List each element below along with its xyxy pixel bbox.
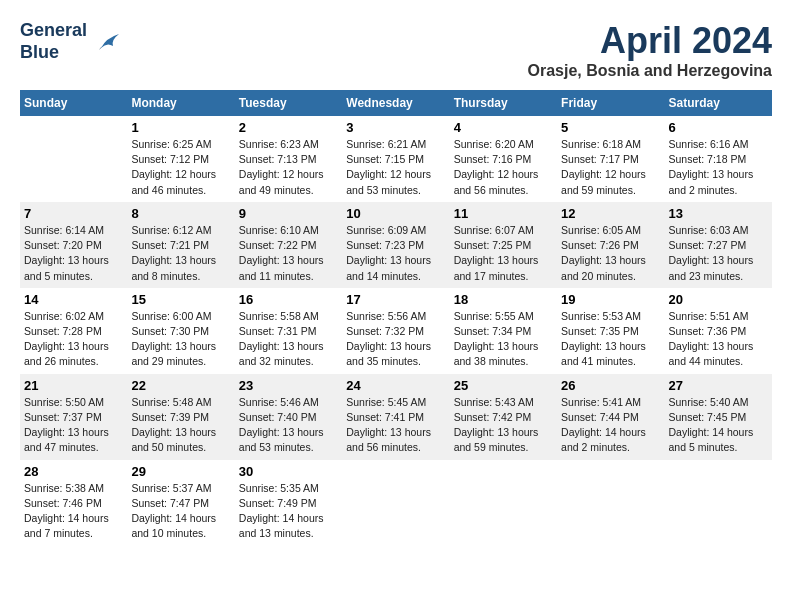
calendar-cell: 15Sunrise: 6:00 AMSunset: 7:30 PMDayligh… bbox=[127, 288, 234, 374]
calendar-cell bbox=[450, 460, 557, 546]
day-number: 21 bbox=[24, 378, 123, 393]
header-tuesday: Tuesday bbox=[235, 90, 342, 116]
day-number: 20 bbox=[669, 292, 768, 307]
day-info: Sunrise: 5:43 AMSunset: 7:42 PMDaylight:… bbox=[454, 395, 553, 456]
day-info: Sunrise: 5:45 AMSunset: 7:41 PMDaylight:… bbox=[346, 395, 445, 456]
day-info: Sunrise: 6:20 AMSunset: 7:16 PMDaylight:… bbox=[454, 137, 553, 198]
day-number: 19 bbox=[561, 292, 660, 307]
week-row-4: 21Sunrise: 5:50 AMSunset: 7:37 PMDayligh… bbox=[20, 374, 772, 460]
day-number: 2 bbox=[239, 120, 338, 135]
title-block: April 2024 Orasje, Bosnia and Herzegovin… bbox=[527, 20, 772, 80]
calendar-cell: 26Sunrise: 5:41 AMSunset: 7:44 PMDayligh… bbox=[557, 374, 664, 460]
calendar-cell: 8Sunrise: 6:12 AMSunset: 7:21 PMDaylight… bbox=[127, 202, 234, 288]
day-info: Sunrise: 5:50 AMSunset: 7:37 PMDaylight:… bbox=[24, 395, 123, 456]
day-info: Sunrise: 5:56 AMSunset: 7:32 PMDaylight:… bbox=[346, 309, 445, 370]
day-info: Sunrise: 6:25 AMSunset: 7:12 PMDaylight:… bbox=[131, 137, 230, 198]
day-info: Sunrise: 5:35 AMSunset: 7:49 PMDaylight:… bbox=[239, 481, 338, 542]
calendar-cell: 6Sunrise: 6:16 AMSunset: 7:18 PMDaylight… bbox=[665, 116, 772, 202]
calendar-cell: 17Sunrise: 5:56 AMSunset: 7:32 PMDayligh… bbox=[342, 288, 449, 374]
calendar-cell: 23Sunrise: 5:46 AMSunset: 7:40 PMDayligh… bbox=[235, 374, 342, 460]
week-row-3: 14Sunrise: 6:02 AMSunset: 7:28 PMDayligh… bbox=[20, 288, 772, 374]
day-number: 25 bbox=[454, 378, 553, 393]
calendar-cell bbox=[342, 460, 449, 546]
header-monday: Monday bbox=[127, 90, 234, 116]
calendar-cell bbox=[20, 116, 127, 202]
day-number: 18 bbox=[454, 292, 553, 307]
day-number: 26 bbox=[561, 378, 660, 393]
calendar-cell: 16Sunrise: 5:58 AMSunset: 7:31 PMDayligh… bbox=[235, 288, 342, 374]
day-info: Sunrise: 6:02 AMSunset: 7:28 PMDaylight:… bbox=[24, 309, 123, 370]
day-info: Sunrise: 5:58 AMSunset: 7:31 PMDaylight:… bbox=[239, 309, 338, 370]
day-number: 24 bbox=[346, 378, 445, 393]
day-info: Sunrise: 5:51 AMSunset: 7:36 PMDaylight:… bbox=[669, 309, 768, 370]
calendar-header-row: SundayMondayTuesdayWednesdayThursdayFrid… bbox=[20, 90, 772, 116]
calendar-cell: 2Sunrise: 6:23 AMSunset: 7:13 PMDaylight… bbox=[235, 116, 342, 202]
calendar-cell: 29Sunrise: 5:37 AMSunset: 7:47 PMDayligh… bbox=[127, 460, 234, 546]
day-number: 3 bbox=[346, 120, 445, 135]
header-friday: Friday bbox=[557, 90, 664, 116]
subtitle: Orasje, Bosnia and Herzegovina bbox=[527, 62, 772, 80]
day-number: 30 bbox=[239, 464, 338, 479]
day-info: Sunrise: 5:46 AMSunset: 7:40 PMDaylight:… bbox=[239, 395, 338, 456]
day-info: Sunrise: 6:03 AMSunset: 7:27 PMDaylight:… bbox=[669, 223, 768, 284]
day-info: Sunrise: 6:07 AMSunset: 7:25 PMDaylight:… bbox=[454, 223, 553, 284]
calendar-cell: 21Sunrise: 5:50 AMSunset: 7:37 PMDayligh… bbox=[20, 374, 127, 460]
calendar-cell: 7Sunrise: 6:14 AMSunset: 7:20 PMDaylight… bbox=[20, 202, 127, 288]
calendar-cell: 14Sunrise: 6:02 AMSunset: 7:28 PMDayligh… bbox=[20, 288, 127, 374]
calendar-cell: 24Sunrise: 5:45 AMSunset: 7:41 PMDayligh… bbox=[342, 374, 449, 460]
calendar-cell: 5Sunrise: 6:18 AMSunset: 7:17 PMDaylight… bbox=[557, 116, 664, 202]
logo-bird-icon bbox=[91, 30, 121, 54]
calendar-cell: 12Sunrise: 6:05 AMSunset: 7:26 PMDayligh… bbox=[557, 202, 664, 288]
day-number: 12 bbox=[561, 206, 660, 221]
day-info: Sunrise: 5:48 AMSunset: 7:39 PMDaylight:… bbox=[131, 395, 230, 456]
header-thursday: Thursday bbox=[450, 90, 557, 116]
calendar-cell: 11Sunrise: 6:07 AMSunset: 7:25 PMDayligh… bbox=[450, 202, 557, 288]
header-wednesday: Wednesday bbox=[342, 90, 449, 116]
day-number: 6 bbox=[669, 120, 768, 135]
week-row-2: 7Sunrise: 6:14 AMSunset: 7:20 PMDaylight… bbox=[20, 202, 772, 288]
day-info: Sunrise: 5:38 AMSunset: 7:46 PMDaylight:… bbox=[24, 481, 123, 542]
day-number: 27 bbox=[669, 378, 768, 393]
logo-text: General Blue bbox=[20, 20, 87, 63]
day-info: Sunrise: 6:00 AMSunset: 7:30 PMDaylight:… bbox=[131, 309, 230, 370]
day-number: 22 bbox=[131, 378, 230, 393]
calendar-cell: 19Sunrise: 5:53 AMSunset: 7:35 PMDayligh… bbox=[557, 288, 664, 374]
calendar-cell: 20Sunrise: 5:51 AMSunset: 7:36 PMDayligh… bbox=[665, 288, 772, 374]
calendar-cell: 22Sunrise: 5:48 AMSunset: 7:39 PMDayligh… bbox=[127, 374, 234, 460]
week-row-1: 1Sunrise: 6:25 AMSunset: 7:12 PMDaylight… bbox=[20, 116, 772, 202]
day-number: 9 bbox=[239, 206, 338, 221]
day-number: 15 bbox=[131, 292, 230, 307]
calendar-cell: 13Sunrise: 6:03 AMSunset: 7:27 PMDayligh… bbox=[665, 202, 772, 288]
calendar-cell: 1Sunrise: 6:25 AMSunset: 7:12 PMDaylight… bbox=[127, 116, 234, 202]
day-info: Sunrise: 6:09 AMSunset: 7:23 PMDaylight:… bbox=[346, 223, 445, 284]
calendar-cell: 25Sunrise: 5:43 AMSunset: 7:42 PMDayligh… bbox=[450, 374, 557, 460]
day-number: 5 bbox=[561, 120, 660, 135]
day-info: Sunrise: 5:37 AMSunset: 7:47 PMDaylight:… bbox=[131, 481, 230, 542]
day-number: 1 bbox=[131, 120, 230, 135]
header-saturday: Saturday bbox=[665, 90, 772, 116]
calendar-cell bbox=[665, 460, 772, 546]
main-title: April 2024 bbox=[527, 20, 772, 62]
day-info: Sunrise: 6:12 AMSunset: 7:21 PMDaylight:… bbox=[131, 223, 230, 284]
day-info: Sunrise: 5:53 AMSunset: 7:35 PMDaylight:… bbox=[561, 309, 660, 370]
day-number: 14 bbox=[24, 292, 123, 307]
day-info: Sunrise: 5:55 AMSunset: 7:34 PMDaylight:… bbox=[454, 309, 553, 370]
day-info: Sunrise: 6:18 AMSunset: 7:17 PMDaylight:… bbox=[561, 137, 660, 198]
day-number: 8 bbox=[131, 206, 230, 221]
calendar-cell: 10Sunrise: 6:09 AMSunset: 7:23 PMDayligh… bbox=[342, 202, 449, 288]
day-info: Sunrise: 6:05 AMSunset: 7:26 PMDaylight:… bbox=[561, 223, 660, 284]
calendar-cell: 4Sunrise: 6:20 AMSunset: 7:16 PMDaylight… bbox=[450, 116, 557, 202]
day-number: 13 bbox=[669, 206, 768, 221]
page-header: General Blue April 2024 Orasje, Bosnia a… bbox=[20, 20, 772, 80]
header-sunday: Sunday bbox=[20, 90, 127, 116]
day-info: Sunrise: 6:14 AMSunset: 7:20 PMDaylight:… bbox=[24, 223, 123, 284]
calendar-cell: 27Sunrise: 5:40 AMSunset: 7:45 PMDayligh… bbox=[665, 374, 772, 460]
day-info: Sunrise: 6:10 AMSunset: 7:22 PMDaylight:… bbox=[239, 223, 338, 284]
calendar-cell: 18Sunrise: 5:55 AMSunset: 7:34 PMDayligh… bbox=[450, 288, 557, 374]
day-number: 17 bbox=[346, 292, 445, 307]
day-number: 16 bbox=[239, 292, 338, 307]
logo: General Blue bbox=[20, 20, 121, 63]
day-number: 7 bbox=[24, 206, 123, 221]
calendar-table: SundayMondayTuesdayWednesdayThursdayFrid… bbox=[20, 90, 772, 545]
day-number: 23 bbox=[239, 378, 338, 393]
